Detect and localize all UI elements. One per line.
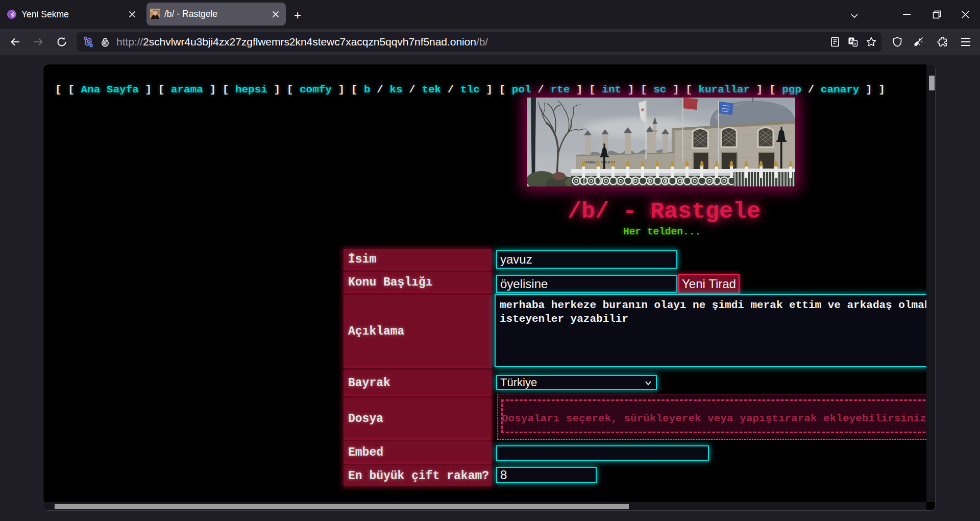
- svg-text:x: x: [854, 41, 856, 46]
